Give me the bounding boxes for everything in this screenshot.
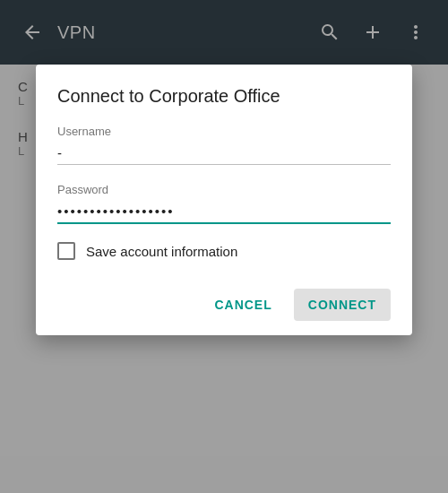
connect-button[interactable]: CONNECT [294, 289, 391, 321]
save-account-checkbox[interactable] [57, 242, 75, 260]
save-account-label: Save account information [86, 244, 237, 259]
password-field: Password [57, 183, 391, 224]
save-account-row: Save account information [57, 242, 391, 260]
username-field: Username [57, 125, 391, 165]
password-label: Password [57, 183, 391, 196]
password-input[interactable] [57, 200, 391, 224]
dialog-buttons: CANCEL CONNECT [57, 281, 391, 328]
dialog-title: Connect to Corporate Office [57, 86, 391, 107]
vpn-connect-dialog: Connect to Corporate Office Username Pas… [36, 65, 412, 335]
username-input[interactable] [57, 142, 391, 165]
cancel-button[interactable]: CANCEL [200, 289, 286, 321]
username-label: Username [57, 125, 391, 138]
